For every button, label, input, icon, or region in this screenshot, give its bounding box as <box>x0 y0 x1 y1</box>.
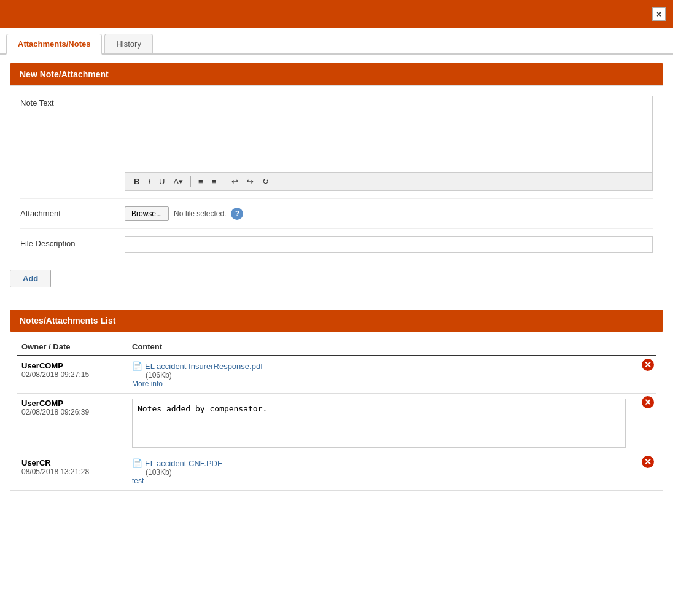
table-row: UserCR 08/05/2018 13:21:28 📄 EL accident… <box>17 453 656 491</box>
attachment-row: Attachment Browse... No file selected. ? <box>20 206 653 229</box>
add-button[interactable]: Add <box>10 270 51 287</box>
table-header-row: Owner / Date Content <box>17 338 656 356</box>
list-table: Owner / Date Content UserCOMP 02/08/2018… <box>17 338 656 490</box>
owner-name: UserCOMP <box>21 361 122 370</box>
attachment-label: Attachment <box>20 206 125 218</box>
col-owner-header: Owner / Date <box>17 338 127 356</box>
file-description-label: File Description <box>20 236 125 248</box>
list-table-wrap: Owner / Date Content UserCOMP 02/08/2018… <box>10 332 663 491</box>
owner-name: UserCR <box>21 458 122 467</box>
owner-cell-0: UserCOMP 02/08/2018 09:27:15 <box>17 356 127 394</box>
new-note-section-header: New Note/Attachment <box>10 63 663 85</box>
file-description-row: File Description <box>20 236 653 253</box>
file-name[interactable]: EL accident CNF.PDF <box>145 459 222 468</box>
table-row: UserCOMP 02/08/2018 09:27:15 📄 EL accide… <box>17 356 656 394</box>
delete-button-1[interactable]: ✕ <box>642 396 654 408</box>
file-link[interactable]: 📄 EL accident CNF.PDF <box>132 458 652 468</box>
toolbar-divider-2 <box>224 176 224 187</box>
table-row: UserCOMP 02/08/2018 09:26:39 Notes added… <box>17 394 656 453</box>
col-content-header: Content <box>127 338 656 356</box>
file-size: (103Kb) <box>146 468 652 477</box>
browse-button[interactable]: Browse... <box>125 206 169 221</box>
note-textarea[interactable] <box>125 96 652 170</box>
list-section-header: Notes/Attachments List <box>10 310 663 332</box>
content-cell-1: Notes added by compensator. ✕ <box>127 394 656 453</box>
redo-button[interactable]: ↪ <box>243 175 257 188</box>
no-file-text: No file selected. <box>174 209 226 218</box>
file-name[interactable]: EL accident InsurerResponse.pdf <box>145 362 263 371</box>
tabs-bar: Attachments/Notes History <box>0 28 673 55</box>
file-description-input[interactable] <box>125 236 653 253</box>
note-editor: B I U A▾ ≡ ≡ ↩ ↪ ↻ <box>125 96 653 191</box>
owner-name: UserCOMP <box>21 399 122 408</box>
content-cell-0: 📄 EL accident InsurerResponse.pdf (106Kb… <box>127 356 656 394</box>
font-color-button[interactable]: A▾ <box>169 175 187 188</box>
new-note-form: Note Text B I U A▾ ≡ ≡ ↩ ↪ ↻ <box>10 85 663 263</box>
undo-button[interactable]: ↩ <box>228 175 242 188</box>
owner-cell-1: UserCOMP 02/08/2018 09:26:39 <box>17 394 127 453</box>
file-link[interactable]: 📄 EL accident InsurerResponse.pdf <box>132 361 652 371</box>
note-editor-wrap: B I U A▾ ≡ ≡ ↩ ↪ ↻ <box>125 96 653 191</box>
owner-date: 08/05/2018 13:21:28 <box>21 467 122 476</box>
italic-button[interactable]: I <box>144 175 154 188</box>
bold-button[interactable]: B <box>130 175 143 188</box>
clear-format-button[interactable]: ↻ <box>259 175 273 188</box>
underline-button[interactable]: U <box>155 175 168 188</box>
content-cell-2: 📄 EL accident CNF.PDF (103Kb) test ✕ <box>127 453 656 491</box>
top-bar: × <box>0 0 673 28</box>
unordered-list-button[interactable]: ≡ <box>195 175 207 188</box>
note-text-row: Note Text B I U A▾ ≡ ≡ ↩ ↪ ↻ <box>20 96 653 199</box>
close-button[interactable]: × <box>652 7 666 21</box>
delete-button-0[interactable]: ✕ <box>642 359 654 371</box>
delete-button-2[interactable]: ✕ <box>642 456 654 468</box>
note-box: Notes added by compensator. <box>132 399 626 448</box>
toolbar-divider-1 <box>190 176 191 187</box>
note-text-label: Note Text <box>20 96 125 107</box>
add-btn-wrap: Add <box>0 263 673 297</box>
more-info-link[interactable]: More info <box>132 380 652 388</box>
more-info-link[interactable]: test <box>132 477 652 485</box>
tab-attachments-notes[interactable]: Attachments/Notes <box>6 34 102 55</box>
file-size: (106Kb) <box>146 371 652 380</box>
file-description-wrap <box>125 236 653 253</box>
owner-cell-2: UserCR 08/05/2018 13:21:28 <box>17 453 127 491</box>
file-icon: 📄 <box>132 361 142 371</box>
tab-history[interactable]: History <box>104 34 152 53</box>
help-icon[interactable]: ? <box>231 208 243 220</box>
file-icon: 📄 <box>132 458 142 468</box>
owner-date: 02/08/2018 09:27:15 <box>21 370 122 379</box>
editor-toolbar: B I U A▾ ≡ ≡ ↩ ↪ ↻ <box>125 172 652 190</box>
owner-date: 02/08/2018 09:26:39 <box>21 408 122 416</box>
attachment-controls: Browse... No file selected. ? <box>125 206 653 221</box>
ordered-list-button[interactable]: ≡ <box>208 175 220 188</box>
